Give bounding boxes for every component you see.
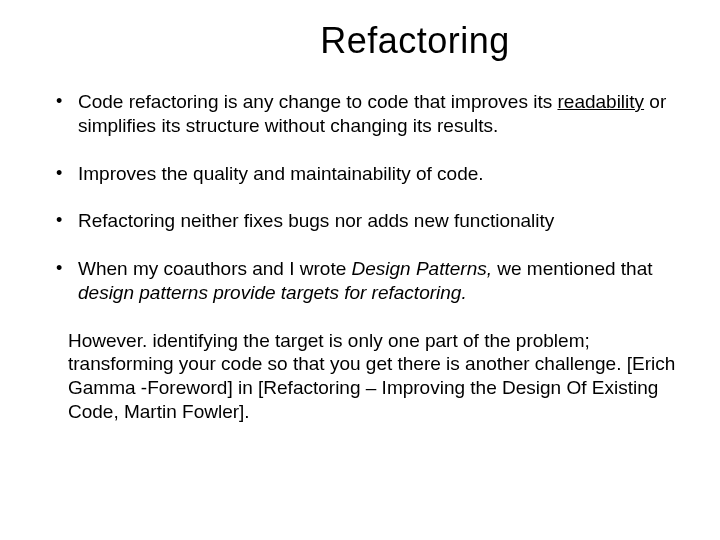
slide-content: Code refactoring is any change to code t… <box>50 90 680 424</box>
underline-text: readability <box>557 91 644 112</box>
bullet-item: Code refactoring is any change to code t… <box>50 90 680 138</box>
paragraph-text: However. identifying the target is only … <box>50 329 680 424</box>
bullet-text: Code refactoring is any change to code t… <box>78 91 557 112</box>
bullet-text: Improves the quality and maintainability… <box>78 163 484 184</box>
bullet-item: Improves the quality and maintainability… <box>50 162 680 186</box>
bullet-item: Refactoring neither fixes bugs nor adds … <box>50 209 680 233</box>
bullet-item: When my coauthors and I wrote Design Pat… <box>50 257 680 305</box>
slide-title: Refactoring <box>150 20 680 62</box>
bullet-text: we mentioned that <box>497 258 652 279</box>
bullet-text: Refactoring neither fixes bugs nor adds … <box>78 210 554 231</box>
bullet-text: When my coauthors and I wrote <box>78 258 352 279</box>
italic-text: design patterns provide targets for refa… <box>78 282 467 303</box>
slide: Refactoring Code refactoring is any chan… <box>0 0 720 540</box>
bullet-list: Code refactoring is any change to code t… <box>50 90 680 305</box>
italic-text: Design Patterns, <box>352 258 498 279</box>
